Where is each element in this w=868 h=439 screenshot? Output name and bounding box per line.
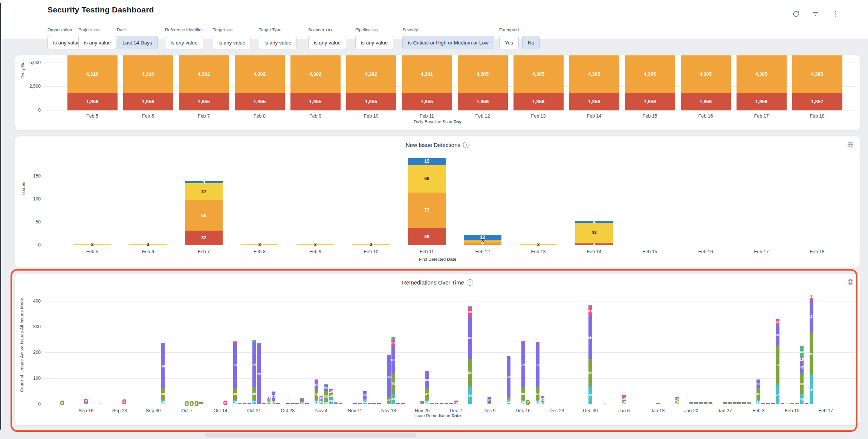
bar-segment[interactable]: 23 xyxy=(487,397,491,403)
bar-segment[interactable] xyxy=(430,403,434,404)
bar-segment[interactable]: 10 xyxy=(675,398,679,401)
bar-segment[interactable] xyxy=(84,403,88,404)
bar-Feb16[interactable]: 1,8564,305 xyxy=(681,55,731,110)
bar-segment[interactable] xyxy=(709,402,712,403)
bar-day141[interactable] xyxy=(728,402,732,404)
bar-segment[interactable]: 25 xyxy=(324,385,328,391)
bar-day52[interactable]: 12 xyxy=(300,398,304,404)
bar-segment[interactable]: 38 xyxy=(408,228,446,245)
bar-segment[interactable] xyxy=(248,403,251,404)
bar-segment[interactable] xyxy=(238,404,241,404)
bar-segment[interactable] xyxy=(286,404,290,404)
filter-severity-value[interactable]: is Critical or High or Medium or Low xyxy=(402,36,494,49)
bar-segment[interactable]: 108 xyxy=(468,359,472,387)
bar-segment[interactable] xyxy=(368,403,371,404)
bar-segment[interactable] xyxy=(377,404,381,404)
bar-segment[interactable]: 1,857 xyxy=(792,93,842,110)
kebab-menu-icon[interactable] xyxy=(831,10,839,18)
bar-segment[interactable]: 20 xyxy=(776,319,779,324)
bar-segment[interactable] xyxy=(435,404,439,404)
bar-day30[interactable]: 6 xyxy=(195,402,199,404)
bar-day145[interactable] xyxy=(747,402,751,404)
bar-segment[interactable] xyxy=(420,404,424,404)
bar-segment[interactable]: 1,855 xyxy=(179,93,229,110)
bar-segment[interactable]: 40 xyxy=(800,394,804,404)
bar-segment[interactable] xyxy=(656,403,660,404)
bar-segment[interactable] xyxy=(761,403,765,404)
bar-segment[interactable]: 16 xyxy=(233,400,237,404)
bar-segment[interactable] xyxy=(358,403,362,404)
bar-segment[interactable]: 3 xyxy=(296,244,334,245)
bar-day155[interactable] xyxy=(795,403,799,404)
bar-day63[interactable] xyxy=(353,403,357,404)
bar-segment[interactable]: 50 xyxy=(536,387,539,400)
bar-segment[interactable] xyxy=(276,404,280,404)
bar-segment[interactable] xyxy=(358,404,362,404)
bar-Feb6[interactable]: 1,8564,310 xyxy=(123,55,173,110)
filter-project-value[interactable]: is any value xyxy=(78,36,116,49)
bar-segment[interactable] xyxy=(694,402,698,403)
bar-segment[interactable] xyxy=(387,402,391,404)
bar-day78[interactable]: 164764 xyxy=(425,371,429,404)
bar-day46[interactable]: 1433 xyxy=(272,392,275,404)
bar-segment[interactable]: 4,305 xyxy=(681,55,731,93)
bar-segment[interactable]: 233 xyxy=(257,344,261,404)
bar-segment[interactable] xyxy=(420,402,424,404)
bar-segment[interactable] xyxy=(257,404,261,404)
bar-segment[interactable] xyxy=(487,403,491,404)
refresh-icon[interactable] xyxy=(792,10,800,18)
bar-day156[interactable]: 4080471543 xyxy=(800,346,804,404)
info-icon[interactable]: i xyxy=(463,142,469,148)
bar-segment[interactable]: 22 xyxy=(507,399,510,404)
bar-segment[interactable]: 4 xyxy=(575,243,613,245)
bar-segment[interactable] xyxy=(391,337,395,339)
bar-day29[interactable]: 6 xyxy=(190,402,194,404)
bar-Feb8[interactable]: 3 xyxy=(241,244,278,245)
bar-segment[interactable]: 16 xyxy=(756,400,760,404)
bar-day95[interactable]: 22156 xyxy=(507,356,510,404)
bar-segment[interactable] xyxy=(339,403,342,404)
bar-segment[interactable] xyxy=(440,404,443,404)
bar-day31[interactable] xyxy=(199,402,203,404)
bar-segment[interactable]: 70 xyxy=(588,386,592,404)
bar-segment[interactable] xyxy=(723,402,727,403)
bar-segment[interactable] xyxy=(199,402,203,403)
bar-segment[interactable]: 1,855 xyxy=(346,93,396,110)
bar-Feb11[interactable]: 38776015 xyxy=(408,158,446,245)
filter-icon[interactable] xyxy=(811,10,820,18)
bar-day60[interactable] xyxy=(339,403,342,404)
bar-day83[interactable] xyxy=(449,403,453,404)
bar-day73[interactable] xyxy=(401,403,405,404)
bar-day149[interactable] xyxy=(766,403,770,404)
bar-segment[interactable]: 15 xyxy=(622,401,626,404)
bar-day130[interactable]: 1510 xyxy=(675,397,679,404)
bar-segment[interactable] xyxy=(243,403,246,404)
bar-day81[interactable] xyxy=(440,403,443,404)
bar-segment[interactable]: 64 xyxy=(425,372,429,388)
bar-segment[interactable] xyxy=(257,343,261,344)
bar-day154[interactable] xyxy=(790,403,794,404)
bar-day102[interactable]: 1215 xyxy=(541,396,544,404)
bar-day49[interactable] xyxy=(286,403,290,404)
bar-segment[interactable]: 1,856 xyxy=(737,93,787,110)
bar-segment[interactable]: 46 xyxy=(315,389,318,400)
bar-segment[interactable] xyxy=(723,403,727,404)
bar-Feb17[interactable]: 1,8564,305 xyxy=(737,55,787,110)
bar-segment[interactable] xyxy=(353,404,357,404)
bar-segment[interactable]: 16 xyxy=(536,400,539,404)
bar-day15[interactable]: 9 xyxy=(122,401,126,404)
bar-Feb12[interactable]: 6312 xyxy=(464,235,501,245)
bar-Feb6[interactable]: 3 xyxy=(129,244,167,245)
bar-day153[interactable] xyxy=(785,404,789,404)
bar-segment[interactable] xyxy=(315,379,318,381)
bar-segment[interactable]: 3 xyxy=(520,244,557,245)
bar-segment[interactable]: 15 xyxy=(800,358,804,361)
bar-segment[interactable] xyxy=(295,404,299,404)
bar-segment[interactable]: 18 xyxy=(319,396,323,400)
bar-day150[interactable] xyxy=(771,403,775,404)
bar-day44[interactable] xyxy=(262,403,266,404)
filter-exempted-yes[interactable]: Yes xyxy=(499,36,519,49)
bar-segment[interactable] xyxy=(430,404,434,404)
bar-segment[interactable] xyxy=(276,403,280,404)
bar-day72[interactable] xyxy=(396,403,400,404)
